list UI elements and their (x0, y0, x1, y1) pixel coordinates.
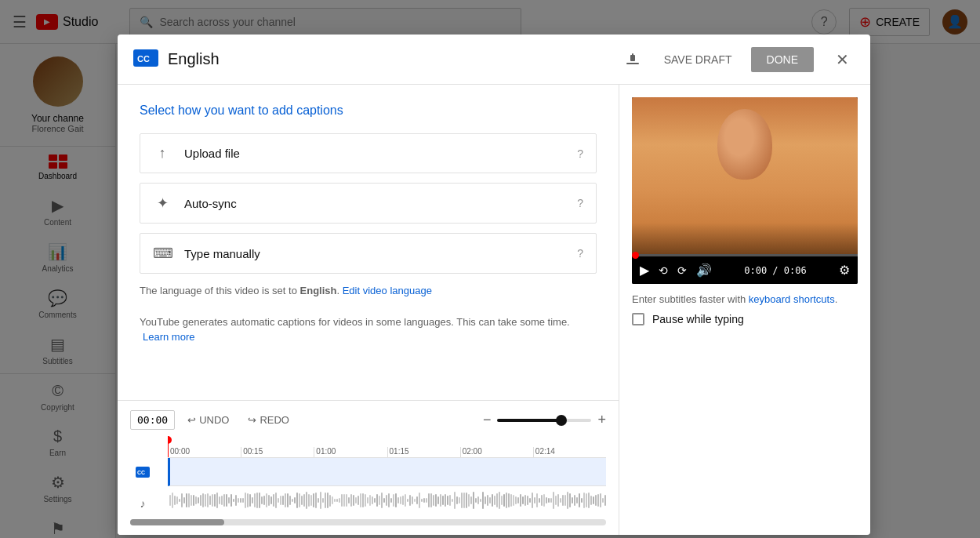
timeline-main[interactable]: 00:00 00:15 01:00 01:15 02:00 02:14 (168, 436, 606, 516)
cc-icon: CC (133, 49, 158, 69)
caption-modal: CC English SAVE DRAFT DONE ✕ Select how … (118, 35, 870, 535)
video-player: ▶ ⟲ ⟳ 🔊 0:00 / 0:06 ⚙ (632, 97, 858, 284)
video-controls: ▶ ⟲ ⟳ 🔊 0:00 / 0:06 ⚙ (632, 256, 858, 284)
volume-button[interactable]: 🔊 (695, 261, 713, 279)
modal-actions: SAVE DRAFT DONE ✕ (620, 47, 855, 72)
ruler-mark-4: 02:00 (460, 447, 533, 457)
auto-sync-icon: ✦ (153, 194, 172, 212)
left-panel: Select how you want to add captions ↑ Up… (118, 85, 619, 535)
rewind-button[interactable]: ⟲ (657, 263, 670, 278)
video-progress-bar[interactable] (632, 254, 858, 256)
modal-title: English (168, 50, 620, 68)
select-caption-title: Select how you want to add captions (140, 104, 597, 118)
modal-body: Select how you want to add captions ↑ Up… (118, 85, 870, 535)
ruler-mark-3: 01:15 (387, 447, 460, 457)
right-panel: ▶ ⟲ ⟳ 🔊 0:00 / 0:06 ⚙ Enter subtitles fa… (619, 85, 870, 535)
svg-rect-2 (626, 63, 639, 64)
zoom-out-button[interactable]: − (483, 412, 492, 428)
ruler-mark-2: 01:00 (314, 447, 387, 457)
pause-while-typing-control: Pause while typing (632, 313, 858, 325)
audio-track-icon[interactable]: ♪ (130, 491, 155, 516)
cc-track-icon[interactable]: CC (130, 460, 155, 485)
audio-waveform (168, 491, 606, 510)
playhead[interactable] (168, 436, 169, 457)
timeline-tracks: CC ♪ 00:00 00:15 01: (130, 436, 606, 516)
upload-help-icon[interactable]: ? (577, 147, 583, 160)
video-progress-dot (632, 252, 639, 259)
caption-track-row[interactable] (168, 458, 606, 486)
timeline-controls: 00:00 ↩ UNDO ↪ REDO − + (130, 410, 606, 430)
video-settings-button[interactable]: ⚙ (837, 261, 851, 279)
scrollbar-thumb[interactable] (130, 519, 224, 525)
edit-video-language-link[interactable]: Edit video language (343, 285, 432, 296)
alert-icon[interactable] (620, 47, 645, 72)
svg-text:CC: CC (137, 54, 150, 64)
auto-sync-label: Auto-sync (184, 197, 577, 210)
type-manually-help-icon[interactable]: ? (577, 247, 583, 260)
zoom-controls: − + (483, 412, 606, 428)
svg-rect-4 (632, 53, 633, 56)
fast-forward-button[interactable]: ⟳ (676, 263, 688, 278)
language-name-bold: English (300, 285, 337, 296)
undo-button[interactable]: ↩ UNDO (181, 411, 235, 429)
music-note-icon: ♪ (140, 497, 146, 510)
subtitle-hint: Enter subtitles faster with keyboard sho… (632, 293, 858, 305)
pause-while-typing-checkbox[interactable] (632, 313, 644, 325)
pause-while-typing-label: Pause while typing (652, 313, 744, 325)
video-thumbnail (632, 97, 858, 254)
zoom-in-button[interactable]: + (597, 412, 606, 428)
svg-text:CC: CC (137, 470, 145, 475)
type-manually-option[interactable]: ⌨ Type manually ? (140, 233, 597, 274)
redo-button[interactable]: ↪ REDO (241, 411, 296, 429)
svg-rect-3 (630, 55, 635, 61)
ruler-mark-1: 00:15 (241, 447, 314, 457)
done-button[interactable]: DONE (751, 47, 814, 72)
video-time-display: 0:00 / 0:06 (744, 265, 806, 276)
keyboard-shortcuts-link[interactable]: keyboard shortcuts (749, 293, 835, 305)
upload-file-option[interactable]: ↑ Upload file ? (140, 133, 597, 173)
timeline-scrollbar[interactable] (130, 519, 606, 525)
language-note: The language of this video is set to Eng… (140, 283, 597, 299)
timeline-ruler: 00:00 00:15 01:00 01:15 02:00 02:14 (168, 436, 606, 458)
auto-sync-option[interactable]: ✦ Auto-sync ? (140, 183, 597, 224)
playhead-head (168, 436, 172, 444)
play-button[interactable]: ▶ (638, 261, 651, 279)
ruler-mark-5: 02:14 (533, 447, 606, 457)
zoom-slider[interactable] (497, 419, 591, 422)
auto-caption-note: YouTube generates automatic captions for… (140, 314, 597, 345)
audio-track-row (168, 486, 606, 514)
learn-more-link[interactable]: Learn more (143, 331, 194, 343)
save-draft-button[interactable]: SAVE DRAFT (655, 47, 742, 72)
modal-header: CC English SAVE DRAFT DONE ✕ (118, 35, 870, 85)
ruler-marks-row: 00:00 00:15 01:00 01:15 02:00 02:14 (168, 447, 606, 457)
upload-file-label: Upload file (184, 147, 577, 160)
redo-icon: ↪ (248, 414, 256, 426)
autosync-help-icon[interactable]: ? (577, 197, 583, 209)
caption-options-area: Select how you want to add captions ↑ Up… (118, 85, 619, 400)
undo-icon: ↩ (187, 414, 196, 426)
track-icon-column: CC ♪ (130, 436, 168, 516)
upload-icon: ↑ (153, 145, 172, 162)
close-button[interactable]: ✕ (829, 47, 855, 72)
keyboard-icon: ⌨ (153, 245, 172, 262)
ruler-mark-0: 00:00 (168, 447, 241, 457)
timeline-area: 00:00 ↩ UNDO ↪ REDO − + (118, 400, 619, 535)
type-manually-label: Type manually (184, 247, 577, 260)
time-display[interactable]: 00:00 (130, 410, 175, 430)
